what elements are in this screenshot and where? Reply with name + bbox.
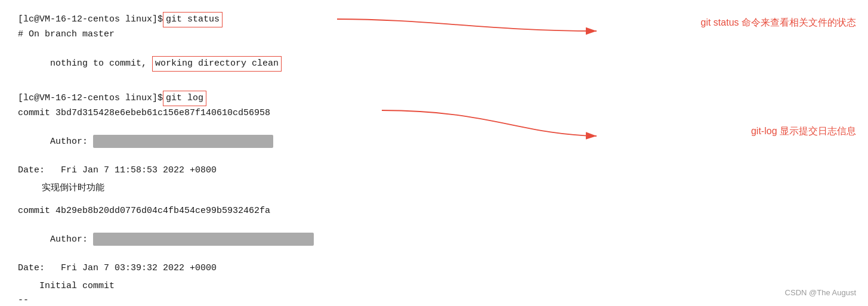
cmd-git-status: git status xyxy=(163,12,223,27)
separator-line: -- xyxy=(18,293,850,306)
watermark: CSDN @The August xyxy=(785,288,856,297)
output-branch: # On branch master xyxy=(18,27,850,42)
cmd-git-log: git log xyxy=(163,91,206,106)
commit2-hash: commit 4b29eb8b20dd0776d04c4fb454ce99b59… xyxy=(18,204,850,218)
date2-line: Date: Fri Jan 7 03:39:32 2022 +0000 xyxy=(18,261,850,276)
author2-line: Author: xyxy=(18,218,850,261)
main-container: [lc@VM-16-12-centos linux]$ git status #… xyxy=(0,0,868,306)
author2-blurred xyxy=(93,233,314,246)
date1-line: Date: Fri Jan 7 11:58:53 2022 +0800 xyxy=(18,163,850,178)
commit2-msg: Initial commit xyxy=(18,279,850,293)
working-dir-box: working directory clean xyxy=(152,56,282,72)
author2-label: Author: xyxy=(50,234,93,245)
output-nothing: nothing to commit, working directory cle… xyxy=(18,42,850,86)
commit1-hash: commit 3bd7d315428e6ebeb61c156e87f140610… xyxy=(18,106,850,120)
author1-line: Author: xyxy=(18,120,850,163)
author1-blurred xyxy=(93,135,273,148)
prompt-1: [lc@VM-16-12-centos linux]$ xyxy=(18,13,163,27)
prompt-2: [lc@VM-16-12-centos linux]$ xyxy=(18,91,163,106)
author1-label: Author: xyxy=(50,137,93,147)
terminal-section: [lc@VM-16-12-centos linux]$ git status #… xyxy=(0,0,868,306)
terminal-line-2: [lc@VM-16-12-centos linux]$ git log xyxy=(18,91,850,106)
terminal-line-1: [lc@VM-16-12-centos linux]$ git status xyxy=(18,12,850,27)
commit1-msg: 实现倒计时功能 xyxy=(42,181,850,196)
nothing-pre: nothing to commit, xyxy=(50,58,152,69)
